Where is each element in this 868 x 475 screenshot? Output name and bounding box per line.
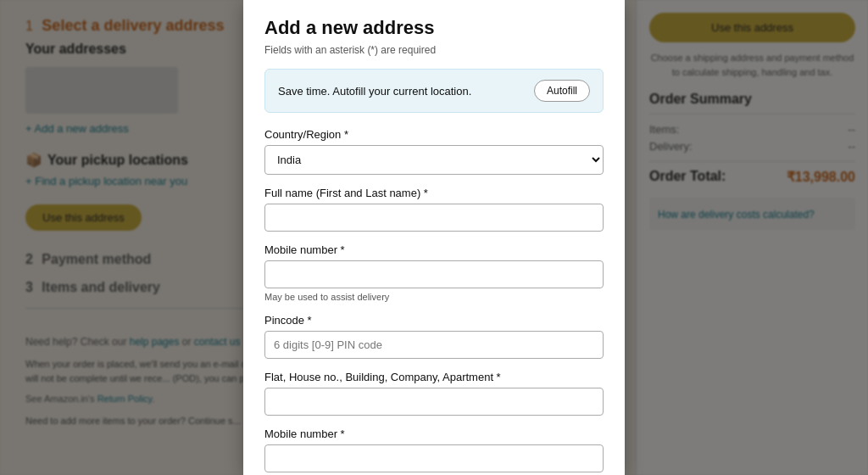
full-name-group: Full name (First and Last name) *	[264, 187, 604, 232]
modal-subtitle: Fields with an asterisk (*) are required	[264, 44, 604, 56]
mobile2-input[interactable]	[264, 444, 604, 472]
mobile-input[interactable]	[264, 260, 604, 288]
mobile2-label: Mobile number *	[264, 428, 604, 440]
autofill-text: Save time. Autofill your current locatio…	[278, 85, 471, 98]
country-select[interactable]: India United States United Kingdom Canad…	[264, 145, 604, 175]
add-address-modal: Add a new address Fields with an asteris…	[243, 0, 625, 475]
autofill-button[interactable]: Autofill	[534, 80, 590, 102]
address-input[interactable]	[264, 388, 604, 416]
country-group: Country/Region * India United States Uni…	[264, 128, 604, 175]
pincode-group: Pincode *	[264, 314, 604, 359]
mobile-label: Mobile number *	[264, 243, 604, 256]
full-name-label: Full name (First and Last name) *	[264, 187, 604, 199]
address-label: Flat, House no., Building, Company, Apar…	[264, 371, 604, 383]
mobile-group: Mobile number * May be used to assist de…	[264, 243, 604, 302]
autofill-banner: Save time. Autofill your current locatio…	[264, 69, 604, 113]
country-label: Country/Region *	[264, 128, 604, 141]
mobile2-group: Mobile number * May be used to assist de…	[264, 428, 604, 475]
pincode-label: Pincode *	[264, 314, 604, 327]
address-group: Flat, House no., Building, Company, Apar…	[264, 371, 604, 416]
mobile-hint: May be used to assist delivery	[264, 292, 604, 302]
full-name-input[interactable]	[264, 204, 604, 232]
modal-title: Add a new address	[264, 17, 604, 39]
pincode-input[interactable]	[264, 331, 604, 359]
